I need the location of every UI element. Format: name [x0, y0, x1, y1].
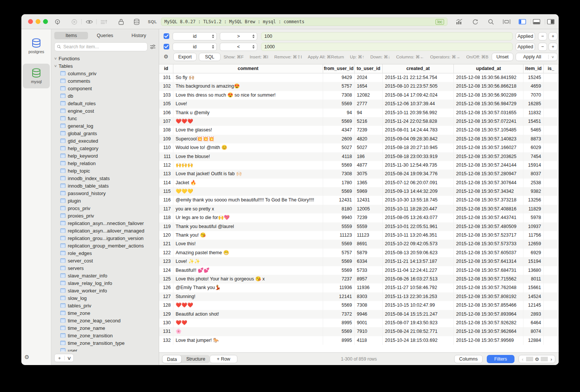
table-row[interactable]: 130❤️❤️899590012015-08-07 19:43:50.92320…	[159, 319, 559, 327]
cell-is_[interactable]	[544, 266, 559, 275]
cell-to_user_id[interactable]: 8303	[355, 292, 383, 301]
cell-comment[interactable]: Love that jacket! Outfit is fab 🙌🏻	[173, 170, 323, 178]
cell-comment[interactable]: Love the glasses!	[173, 126, 323, 134]
cell-from_user_id[interactable]: 12431	[323, 196, 355, 204]
cell-to_user_id[interactable]: 8957	[355, 275, 383, 283]
cell-created_at[interactable]: 2015-11-21 22:12:54.754	[383, 73, 454, 82]
cell-id[interactable]: 115	[159, 187, 173, 196]
cell-from_user_id[interactable]: 2609	[323, 135, 355, 143]
table-row[interactable]: 108Love the glasses!434772392015-08-01 1…	[159, 126, 559, 134]
cell-is_[interactable]	[544, 161, 559, 170]
filter-applied-button[interactable]: Applied	[516, 43, 535, 51]
cell-comment[interactable]: Love that jumper! 🐎	[173, 336, 323, 345]
cell-to_user_id[interactable]: 9001	[355, 319, 383, 327]
filter-column-select[interactable]: id	[173, 32, 217, 40]
cell-comment[interactable]: Ur legs are to die for🙌💖	[173, 213, 323, 222]
cell-item_id[interactable]: 11829	[523, 205, 544, 213]
cell-from_user_id[interactable]: 5569	[323, 240, 355, 248]
sidebar-item-table[interactable]: replication_asyn...nnection_failover	[51, 219, 159, 227]
cell-to_user_id[interactable]: 5879	[355, 249, 383, 257]
cell-from_user_id[interactable]: 12141	[323, 292, 355, 301]
cell-comment[interactable]: Thank you! 😘	[173, 231, 323, 240]
sidebar-item-table[interactable]: time_zone_transition	[51, 332, 159, 339]
tab-queries[interactable]: Queries	[88, 32, 122, 39]
cell-from_user_id[interactable]: 5569	[323, 100, 355, 108]
cell-to_user_id[interactable]: 6334	[355, 257, 383, 266]
cell-updated_at[interactable]: 2015-12-08 15:30:57.408816	[454, 205, 523, 213]
cell-created_at[interactable]: 2015-08-26 16:03:27.513	[383, 275, 454, 283]
filter-enabled-checkbox[interactable]	[164, 44, 169, 49]
cell-is_[interactable]	[544, 327, 559, 336]
sidebar-item-table[interactable]: proxies_priv	[51, 212, 159, 219]
cell-item_id[interactable]: 2538	[523, 179, 544, 187]
table-row[interactable]: 101So fly 🙌🏼942920242015-11-21 22:12:54.…	[159, 73, 559, 82]
cell-item_id[interactable]: 13680	[523, 266, 544, 275]
table-row[interactable]: 105Love!556927772015-12-06 10:37:39.4420…	[159, 100, 559, 108]
sidebar-item-table[interactable]: columns_priv	[51, 70, 159, 77]
cell-is_[interactable]	[544, 187, 559, 196]
cell-to_user_id[interactable]: 2777	[355, 100, 383, 108]
cell-id[interactable]: 108	[159, 126, 173, 134]
cell-comment[interactable]: Love this dress so much 😍 so nice for su…	[173, 91, 323, 100]
cell-created_at[interactable]: 2015-11-30 12:54:49.735	[383, 161, 454, 170]
cell-updated_at[interactable]: 2015-12-08 15:30:57.573733	[454, 240, 523, 248]
cell-id[interactable]: 112	[159, 161, 173, 170]
cell-created_at[interactable]: 2015-12-06 10:37:39.44	[383, 100, 454, 108]
cell-id[interactable]: 123	[159, 257, 173, 266]
cell-from_user_id[interactable]: 5757	[323, 249, 355, 257]
cell-is_[interactable]	[544, 179, 559, 187]
cell-is_[interactable]	[544, 249, 559, 257]
cell-updated_at[interactable]: 2015-12-08 15:30:57.072241	[454, 117, 523, 126]
sidebar-item-table[interactable]: time_zone_leap_second	[51, 317, 159, 324]
cell-is_[interactable]	[544, 231, 559, 240]
cell-created_at[interactable]: 2015-10-22 09:42:05.573	[383, 240, 454, 248]
cell-updated_at[interactable]: 2015-12-08 15:30:56.902289	[454, 91, 523, 100]
chevron-down-icon[interactable]: ∨	[63, 355, 75, 361]
cell-comment[interactable]: Love! ✨✨	[173, 257, 323, 266]
cell-updated_at[interactable]: 2015-12-08 15:30:57.203625	[454, 152, 523, 161]
cell-item_id[interactable]: 12145	[523, 301, 544, 310]
cell-is_[interactable]	[544, 126, 559, 134]
cell-from_user_id[interactable]: 5569	[323, 187, 355, 196]
plus-icon[interactable]: +	[55, 355, 64, 361]
filter-value-input[interactable]	[261, 32, 513, 40]
cell-created_at[interactable]: 2015-10-11 18:28:20.447	[383, 205, 454, 213]
cell-to_user_id[interactable]: 4877	[355, 161, 383, 170]
cell-from_user_id[interactable]: 5569	[323, 327, 355, 336]
cell-comment[interactable]: 🙌🙌🙌	[173, 161, 323, 170]
cell-to_user_id[interactable]: 5559	[355, 222, 383, 231]
cell-is_[interactable]	[544, 82, 559, 91]
cell-from_user_id[interactable]: 7237	[323, 275, 355, 283]
sidebar-item-table[interactable]: time_zone_transition_type	[51, 339, 159, 347]
cell-from_user_id[interactable]: 9940	[323, 213, 355, 222]
cell-to_user_id[interactable]: 11936	[355, 283, 383, 292]
sidebar-item-table[interactable]: global_grants	[51, 130, 159, 137]
table-row[interactable]: 128❤️❤️❤️556973082015-10-15 10:02:47.992…	[159, 301, 559, 310]
column-header-id[interactable]: id	[159, 64, 173, 73]
cell-to_user_id[interactable]: 1365	[355, 179, 383, 187]
sidebar-item-table[interactable]: help_keyword	[51, 152, 159, 159]
cell-id[interactable]: 118	[159, 213, 173, 222]
cell-from_user_id[interactable]: 8995	[323, 336, 355, 345]
add-filter-button[interactable]: +	[549, 32, 558, 40]
cell-id[interactable]: 116	[159, 196, 173, 204]
sidebar-item-table[interactable]: replication_grou...iguration_version	[51, 234, 159, 242]
cell-from_user_id[interactable]: 5569	[323, 301, 355, 310]
sidebar-item-table[interactable]: innodb_index_stats	[51, 174, 159, 182]
sidebar-item-table[interactable]: role_edges	[51, 249, 159, 257]
cell-from_user_id[interactable]: 7372	[323, 310, 355, 319]
cell-item_id[interactable]: 4659	[523, 82, 544, 91]
connection-mysql[interactable]: mysql	[23, 64, 50, 88]
filter-operator-select[interactable]: <	[220, 43, 257, 51]
cell-item_id[interactable]: 6929	[523, 249, 544, 257]
cell-id[interactable]: 105	[159, 100, 173, 108]
filter-column-select[interactable]: id	[173, 43, 217, 51]
remove-filter-button[interactable]: −	[538, 43, 547, 51]
cell-is_[interactable]	[544, 143, 559, 152]
cell-comment[interactable]: Thank u @emily	[173, 109, 323, 117]
commit-list-icon[interactable]	[100, 18, 107, 25]
table-row[interactable]: 125Love this photo! Your hair is gorgeou…	[159, 275, 559, 283]
cell-updated_at[interactable]: 2015-12-08 15:30:57.855466	[454, 301, 523, 310]
cell-to_user_id[interactable]: 186	[355, 152, 383, 161]
cell-to_user_id[interactable]: 7239	[355, 126, 383, 134]
